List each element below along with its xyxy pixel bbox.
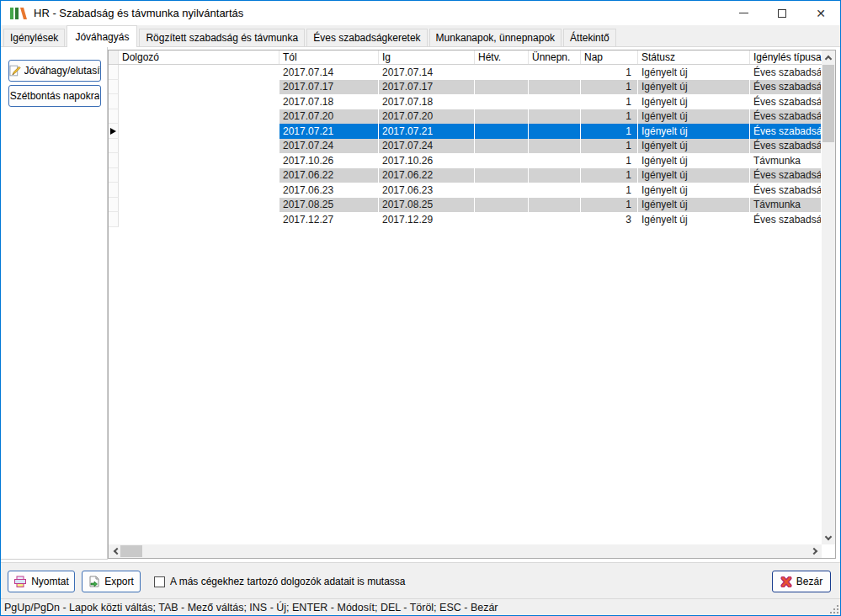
table-row[interactable]: 2017.07.18 2017.07.18 1 Igényelt új Éves… bbox=[109, 94, 822, 109]
table-row[interactable]: 2017.07.17 2017.07.17 1 Igényelt új Éves… bbox=[109, 80, 822, 95]
cell-unnepn bbox=[529, 80, 581, 95]
cell-statusz: Igényelt új bbox=[638, 198, 750, 213]
cell-unnepn bbox=[529, 124, 581, 139]
tab-j-v-hagy-s[interactable]: Jóváhagyás bbox=[67, 25, 137, 47]
export-label: Export bbox=[104, 576, 134, 587]
cell-tipus: Távmunka bbox=[750, 198, 822, 213]
cell-dolgozo bbox=[119, 168, 279, 183]
cell-nap: 1 bbox=[581, 80, 638, 95]
resize-grip[interactable] bbox=[830, 605, 838, 613]
cell-dolgozo bbox=[119, 80, 279, 95]
scroll-up-button[interactable] bbox=[822, 50, 835, 64]
cell-unnepn bbox=[529, 212, 581, 227]
column-header-ig[interactable]: Ig bbox=[379, 50, 475, 64]
cell-dolgozo bbox=[119, 212, 279, 227]
cell-tol: 2017.07.18 bbox=[279, 94, 379, 109]
page-content: Jóváhagy/elutasít Szétbontás napokra Dol… bbox=[1, 47, 840, 562]
table-row[interactable]: 2017.08.25 2017.08.25 1 Igényelt új Távm… bbox=[109, 198, 822, 213]
cell-nap: 1 bbox=[581, 139, 638, 154]
tab--ves-szabads-gkeretek[interactable]: Éves szabadságkeretek bbox=[306, 29, 427, 46]
horizontal-scroll-thumb[interactable] bbox=[120, 545, 142, 557]
cell-hetv bbox=[475, 80, 529, 95]
show-other-companies-checkbox[interactable]: A más cégekhez tartozó dolgozók adatait … bbox=[154, 576, 406, 587]
window-title: HR - Szabadság és távmunka nyilvántartás bbox=[34, 7, 243, 19]
tab--ttekint-[interactable]: Áttekintő bbox=[563, 29, 616, 46]
print-button[interactable]: Nyomtat bbox=[8, 571, 75, 592]
cell-dolgozo bbox=[119, 124, 279, 139]
minimize-button[interactable] bbox=[724, 1, 763, 25]
split-to-days-button[interactable]: Szétbontás napokra bbox=[8, 85, 101, 107]
maximize-button[interactable] bbox=[763, 1, 801, 25]
cell-dolgozo bbox=[119, 65, 279, 80]
vertical-scrollbar[interactable] bbox=[822, 50, 835, 544]
column-header-statusz[interactable]: Státusz bbox=[638, 50, 750, 64]
title-bar: HR - Szabadság és távmunka nyilvántartás… bbox=[1, 1, 840, 25]
left-panel: Jóváhagy/elutasít Szétbontás napokra bbox=[1, 47, 108, 560]
checkbox-icon bbox=[154, 576, 165, 587]
cell-tol: 2017.10.26 bbox=[279, 153, 379, 168]
grid-rows: 2017.07.14 2017.07.14 1 Igényelt új Éves… bbox=[109, 65, 822, 227]
horizontal-scrollbar[interactable] bbox=[109, 544, 822, 558]
cell-tipus: Éves szabadságl bbox=[750, 65, 822, 80]
column-header-hetv[interactable]: Hétv. bbox=[475, 50, 529, 64]
vertical-scroll-thumb[interactable] bbox=[822, 65, 834, 142]
cell-nap: 1 bbox=[581, 183, 638, 198]
table-row[interactable]: 2017.07.20 2017.07.20 1 Igényelt új Éves… bbox=[109, 109, 822, 125]
print-label: Nyomtat bbox=[31, 576, 69, 587]
cell-tol: 2017.07.21 bbox=[279, 124, 379, 139]
cell-dolgozo bbox=[119, 139, 279, 154]
close-button[interactable]: ✕ bbox=[801, 1, 840, 25]
cell-tol: 2017.06.22 bbox=[279, 168, 379, 183]
cell-unnepn bbox=[529, 65, 581, 80]
app-window: HR - Szabadság és távmunka nyilvántartás… bbox=[0, 0, 841, 616]
scroll-right-button[interactable] bbox=[808, 544, 822, 558]
cell-tipus: Éves szabadságl bbox=[750, 168, 822, 183]
table-row[interactable]: 2017.12.27 2017.12.29 3 Igényelt új Éves… bbox=[109, 212, 822, 227]
row-indicator-cell bbox=[109, 153, 119, 168]
cell-tol: 2017.12.27 bbox=[279, 212, 379, 227]
close-dialog-button[interactable]: Bezár bbox=[772, 571, 831, 592]
cell-statusz: Igényelt új bbox=[638, 168, 750, 183]
cell-tol: 2017.07.20 bbox=[279, 109, 379, 125]
row-indicator-cell bbox=[109, 198, 119, 213]
approve-reject-button[interactable]: Jóváhagy/elutasít bbox=[8, 60, 101, 82]
table-row[interactable]: 2017.06.22 2017.06.22 1 Igényelt új Éves… bbox=[109, 168, 822, 183]
column-header-dolgozo[interactable]: Dolgozó bbox=[119, 50, 279, 64]
cell-hetv bbox=[475, 212, 529, 227]
cell-ig: 2017.08.25 bbox=[379, 198, 475, 213]
chevron-up-icon bbox=[825, 55, 832, 61]
column-header-tol[interactable]: Tól bbox=[279, 50, 379, 64]
row-indicator-cell bbox=[109, 109, 119, 125]
row-indicator-cell bbox=[109, 80, 119, 95]
table-row[interactable]: 2017.07.24 2017.07.24 1 Igényelt új Éves… bbox=[109, 139, 822, 154]
export-button[interactable]: Export bbox=[82, 571, 141, 592]
tab-label: Éves szabadságkeretek bbox=[313, 32, 420, 44]
column-header-tipus[interactable]: Igénylés típusa bbox=[750, 50, 822, 64]
tab-ig-nyl-sek[interactable]: Igénylések bbox=[3, 29, 65, 46]
column-header-unnepn[interactable]: Ünnepn. bbox=[529, 50, 581, 64]
cell-statusz: Igényelt új bbox=[638, 153, 750, 168]
row-indicator-cell bbox=[109, 94, 119, 109]
cell-hetv bbox=[475, 183, 529, 198]
table-row[interactable]: 2017.07.14 2017.07.14 1 Igényelt új Éves… bbox=[109, 65, 822, 80]
cell-statusz: Igényelt új bbox=[638, 80, 750, 95]
red-x-icon bbox=[780, 576, 792, 587]
tab-label: Jóváhagyás bbox=[75, 31, 129, 43]
table-row[interactable]: 2017.07.21 2017.07.21 1 Igényelt új Éves… bbox=[109, 124, 822, 139]
footer-bar: Nyomtat Export A más cégekhez tartozó do… bbox=[1, 562, 840, 599]
table-row[interactable]: 2017.10.26 2017.10.26 1 Igényelt új Távm… bbox=[109, 153, 822, 168]
tab-r-gz-tett-szabads-g-s-t-vmunka[interactable]: Rögzített szabadság és távmunka bbox=[139, 29, 305, 46]
cell-nap: 3 bbox=[581, 212, 638, 227]
indicator-column-header bbox=[109, 50, 119, 64]
scroll-down-button[interactable] bbox=[822, 531, 835, 544]
tab-munkanapok-nnepnapok[interactable]: Munkanapok, ünnepnapok bbox=[429, 29, 562, 46]
edit-pencil-icon bbox=[9, 65, 21, 77]
cell-unnepn bbox=[529, 198, 581, 213]
column-header-nap[interactable]: Nap bbox=[581, 50, 638, 64]
cell-nap: 1 bbox=[581, 109, 638, 125]
row-indicator-cell bbox=[109, 183, 119, 198]
table-row[interactable]: 2017.06.23 2017.06.23 1 Igényelt új Éves… bbox=[109, 183, 822, 198]
cell-tol: 2017.07.14 bbox=[279, 65, 379, 80]
cell-tipus: Éves szabadságl bbox=[750, 80, 822, 95]
cell-hetv bbox=[475, 109, 529, 125]
